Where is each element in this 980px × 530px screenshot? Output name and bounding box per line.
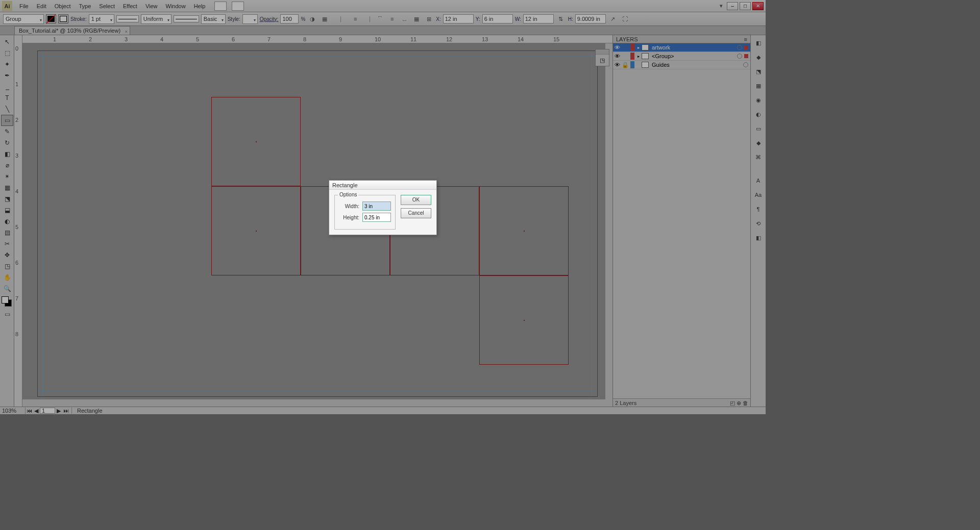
tool-symbol-sprayer[interactable]: ✥ [1,249,13,261]
align-middle-icon[interactable]: ≡ [387,14,397,24]
layer-name[interactable]: Guides [651,62,743,68]
tool-eyedropper[interactable]: ▤ [1,227,13,238]
shape-rect[interactable] [211,186,301,275]
w-input[interactable]: 12 in [523,14,554,23]
layer-row[interactable]: 👁 🔒 Guides [613,61,750,69]
layer-name[interactable]: artwork [651,44,737,51]
dock-color-icon[interactable]: ◧ [753,37,764,48]
h-input[interactable]: 9.0009 in [575,14,606,23]
menu-file[interactable]: File [15,2,33,11]
dialog-title[interactable]: Rectangle [329,181,436,190]
dock-transparency-icon[interactable]: ◉ [753,94,764,106]
stroke-profile-preview[interactable] [116,15,139,22]
tool-zoom[interactable]: 🔍 [1,283,13,294]
tool-gradient[interactable]: ◐ [1,216,13,227]
target-ring-icon[interactable] [737,54,742,59]
zoom-level[interactable]: 103% [0,408,26,414]
opacity-input[interactable]: 100 [280,14,299,23]
ok-button[interactable]: OK [401,195,431,205]
menu-window[interactable]: Window [162,2,190,11]
tool-width[interactable]: ⌀ [1,160,13,171]
menu-effect[interactable]: Effect [119,2,141,11]
tool-line[interactable]: ⎯ [1,81,13,92]
first-artboard-icon[interactable]: ⏮ [26,408,33,414]
tool-selection[interactable]: ↖ [1,36,13,47]
scrollbar-vertical[interactable] [605,43,612,399]
floating-mini-panel[interactable]: ◳ [595,49,609,66]
doc-layout-select[interactable] [214,2,227,11]
transform-icon[interactable]: ▦ [411,14,422,24]
align-bottom-icon[interactable]: ⎵ [399,14,409,24]
shape-rect[interactable] [211,97,301,186]
lock-toggle[interactable]: 🔒 [621,62,629,68]
tool-pen[interactable]: ✒ [1,70,13,81]
visibility-toggle[interactable]: 👁 [613,53,621,59]
menu-help[interactable]: Help [190,2,210,11]
canvas[interactable] [22,43,612,407]
document-tab[interactable]: Box_Tutorial.ai* @ 103% (RGB/Preview) × [14,26,130,35]
scrollbar-horizontal[interactable] [22,399,612,407]
panel-grip[interactable] [596,49,609,55]
layer-name[interactable]: <Group> [651,53,737,59]
menu-view[interactable]: View [141,2,162,11]
tool-magic-wand[interactable]: ✦ [1,59,13,70]
window-maximize[interactable]: □ [740,2,751,10]
tool-hand[interactable]: ✋ [1,272,13,283]
next-artboard-icon[interactable]: ▶ [55,408,62,414]
dock-character-icon[interactable]: A [753,175,764,186]
brush-preview[interactable] [174,15,199,22]
dock-stroke-icon[interactable]: ▦ [753,80,764,91]
doc-arrange-select[interactable] [232,2,244,11]
reference-point-icon[interactable]: ⊞ [424,14,434,24]
tool-perspective[interactable]: ⬔ [1,193,13,205]
panel-menu-icon[interactable]: ≡ [744,35,747,43]
fill-stroke-swatch[interactable] [2,296,12,307]
link-wh-icon[interactable]: ⇅ [556,14,566,24]
y-input[interactable]: 6 in [482,14,513,23]
tool-rectangle[interactable]: ▭ [1,115,13,126]
height-input[interactable] [362,213,391,222]
layers-panel-tab[interactable]: LAYERS ≡ [613,35,750,43]
layer-row[interactable]: 👁 ▸ <Group> [613,52,750,61]
menu-select[interactable]: Select [95,2,119,11]
tool-rotate[interactable]: ↻ [1,137,13,148]
menu-edit[interactable]: Edit [33,2,51,11]
align-right-icon[interactable]: ⎹ [362,14,373,24]
tool-scissors[interactable]: ✂ [1,238,13,249]
dock-brushes-icon[interactable]: ⌘ [753,152,764,163]
tool-scale[interactable]: ◧ [1,148,13,160]
tool-line-segment[interactable]: ╲ [1,104,13,115]
dock-opentype-icon[interactable]: ¶ [753,204,764,215]
tool-pencil[interactable]: ✎ [1,126,13,137]
visibility-toggle[interactable]: 👁 [613,44,621,51]
cancel-button[interactable]: Cancel [401,208,431,218]
width-input[interactable] [362,201,391,211]
recolor-icon[interactable]: ◑ [307,14,317,24]
shape-rect[interactable] [479,275,569,365]
target-ring-icon[interactable] [743,62,748,67]
align-panel-icon[interactable]: ▦ [320,14,330,24]
align-top-icon[interactable]: ⎴ [375,14,385,24]
stroke-weight-select[interactable]: 1 pt [89,14,114,24]
layer-row[interactable]: 👁 ▸ artwork [613,43,750,52]
brush-select[interactable]: Basic [201,14,226,24]
style-select[interactable] [242,14,258,24]
artboard-number-input[interactable]: 1 [40,408,55,414]
tool-artboard[interactable]: ◳ [1,261,13,272]
dock-paragraph-icon[interactable]: Aa [753,189,764,200]
opacity-label[interactable]: Opacity: [260,16,279,22]
dock-swatches-icon[interactable]: ◆ [753,52,764,63]
close-tab-icon[interactable]: × [125,28,128,36]
menu-type[interactable]: Type [75,2,95,11]
tool-shape-builder[interactable]: ▦ [1,182,13,193]
ruler-vertical[interactable]: 0 1 2 3 4 5 6 7 8 [14,35,22,407]
menu-object[interactable]: Object [51,2,75,11]
panel-icon[interactable]: ◳ [596,55,609,66]
tool-free-transform[interactable]: ✴ [1,171,13,182]
dock-graphic-styles-icon[interactable]: ▭ [753,123,764,134]
ruler-horizontal[interactable]: 1 2 3 4 5 6 7 8 9 10 11 12 13 14 15 [22,35,612,43]
window-minimize[interactable]: – [727,2,738,10]
last-artboard-icon[interactable]: ⏭ [62,408,69,414]
stroke-swatch[interactable] [58,14,68,23]
tool-direct-select[interactable]: ⬚ [1,47,13,59]
